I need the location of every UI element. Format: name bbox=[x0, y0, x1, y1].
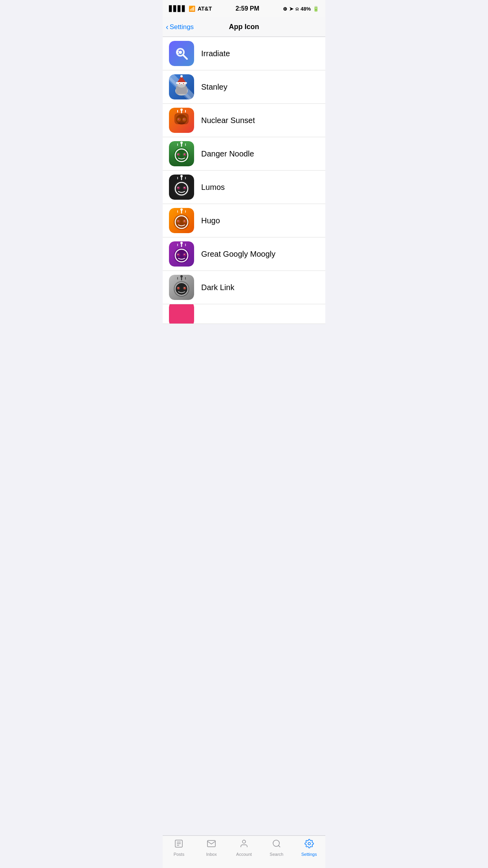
list-item[interactable]: Nuclear Sunset bbox=[163, 104, 325, 137]
location-icon: ⊕ bbox=[283, 6, 287, 12]
svg-point-56 bbox=[177, 187, 180, 189]
svg-point-75 bbox=[180, 242, 183, 244]
carrier-name: AT&T bbox=[198, 6, 212, 12]
app-icon-lumos bbox=[169, 175, 194, 200]
svg-point-31 bbox=[183, 119, 184, 120]
app-icon-nuclear-sunset-label: Nuclear Sunset bbox=[201, 116, 255, 125]
svg-point-16 bbox=[179, 83, 180, 85]
list-item[interactable]: Irradiate bbox=[163, 37, 325, 70]
wifi-icon: 📶 bbox=[189, 6, 195, 12]
list-item[interactable]: Danger Noodle bbox=[163, 137, 325, 171]
app-icon-irradiate bbox=[169, 41, 194, 66]
svg-point-71 bbox=[178, 221, 178, 221]
svg-point-46 bbox=[184, 154, 185, 154]
app-icon-danger-noodle bbox=[169, 141, 194, 166]
svg-point-98 bbox=[184, 287, 185, 288]
svg-point-57 bbox=[183, 187, 186, 189]
svg-point-85 bbox=[184, 254, 185, 255]
svg-point-96 bbox=[183, 287, 186, 289]
svg-point-49 bbox=[180, 175, 183, 177]
svg-point-29 bbox=[183, 118, 185, 121]
svg-point-43 bbox=[177, 153, 180, 156]
status-carrier: ▋▋▋▋ 📶 AT&T bbox=[169, 6, 212, 12]
bluetooth-icon: ⍾ bbox=[295, 6, 299, 12]
svg-point-62 bbox=[180, 208, 183, 211]
app-icon-hugo bbox=[169, 208, 194, 233]
app-icon-danger-noodle-label: Danger Noodle bbox=[201, 149, 254, 158]
svg-point-70 bbox=[183, 220, 186, 223]
signal-icon: ▋▋▋▋ bbox=[169, 6, 186, 12]
list-item[interactable]: Dark Link bbox=[163, 271, 325, 304]
app-icon-nuclear-sunset bbox=[169, 108, 194, 133]
app-icon-irradiate-label: Irradiate bbox=[201, 49, 230, 58]
svg-point-72 bbox=[184, 221, 185, 221]
list-item-partial[interactable] bbox=[163, 304, 325, 324]
svg-point-97 bbox=[178, 287, 178, 288]
svg-point-35 bbox=[180, 142, 183, 144]
app-icon-lumos-label: Lumos bbox=[201, 183, 225, 192]
app-icon-great-googly-moogly-label: Great Googly Moogly bbox=[201, 250, 275, 259]
svg-point-28 bbox=[178, 118, 180, 121]
svg-point-30 bbox=[178, 119, 179, 120]
svg-rect-12 bbox=[176, 82, 187, 84]
svg-point-17 bbox=[183, 83, 184, 85]
svg-point-13 bbox=[180, 75, 183, 77]
list-item[interactable]: Hugo bbox=[163, 204, 325, 237]
list-item[interactable]: Great Googly Moogly bbox=[163, 237, 325, 271]
svg-point-3 bbox=[179, 51, 182, 54]
arrow-icon: ➤ bbox=[289, 6, 294, 12]
app-icon-list: Irradiate bbox=[163, 37, 325, 324]
status-bar: ▋▋▋▋ 📶 AT&T 2:59 PM ⊕ ➤ ⍾ 48% 🔋 bbox=[163, 0, 325, 17]
status-right: ⊕ ➤ ⍾ 48% 🔋 bbox=[283, 6, 319, 12]
nav-bar: ‹ Settings App Icon bbox=[163, 17, 325, 37]
chevron-left-icon: ‹ bbox=[166, 22, 169, 31]
svg-point-58 bbox=[178, 187, 178, 188]
svg-point-45 bbox=[178, 154, 178, 154]
svg-point-20 bbox=[180, 108, 183, 111]
back-button[interactable]: ‹ Settings bbox=[166, 23, 194, 31]
svg-point-44 bbox=[183, 153, 186, 156]
svg-rect-32 bbox=[178, 123, 185, 124]
svg-point-69 bbox=[177, 220, 180, 223]
app-icon-stanley-label: Stanley bbox=[201, 83, 227, 92]
svg-point-59 bbox=[184, 187, 185, 188]
page-title: App Icon bbox=[229, 23, 259, 31]
list-item[interactable]: Lumos bbox=[163, 171, 325, 204]
app-icon-partial bbox=[169, 304, 194, 324]
svg-point-83 bbox=[183, 254, 186, 256]
battery-icon: 🔋 bbox=[313, 6, 319, 12]
status-time: 2:59 PM bbox=[235, 5, 259, 12]
app-icon-dark-link bbox=[169, 275, 194, 300]
back-label: Settings bbox=[170, 23, 194, 31]
battery-percent: 48% bbox=[301, 6, 311, 12]
app-icon-stanley bbox=[169, 74, 194, 99]
svg-point-84 bbox=[178, 254, 178, 255]
app-icon-hugo-label: Hugo bbox=[201, 216, 220, 225]
svg-point-95 bbox=[177, 287, 180, 289]
svg-point-82 bbox=[177, 254, 180, 256]
svg-point-88 bbox=[180, 275, 183, 278]
app-icon-great-googly-moogly bbox=[169, 241, 194, 267]
svg-rect-99 bbox=[169, 304, 194, 324]
app-icon-dark-link-label: Dark Link bbox=[201, 283, 234, 292]
list-item[interactable]: Stanley bbox=[163, 70, 325, 104]
